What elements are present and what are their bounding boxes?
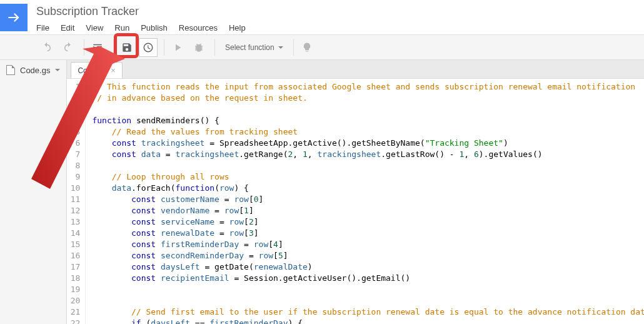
select-function-label: Select function xyxy=(225,43,274,52)
menu-run[interactable]: Run xyxy=(114,23,129,33)
separator xyxy=(113,39,114,56)
run-button[interactable] xyxy=(168,38,187,57)
menu-view[interactable]: View xyxy=(86,23,103,33)
caret-down-icon xyxy=(278,46,283,49)
tab-strip: Code.gs × xyxy=(67,60,644,79)
redo-icon xyxy=(63,42,74,53)
undo-icon xyxy=(41,42,53,53)
tab-code-gs[interactable]: Code.gs × xyxy=(71,62,122,78)
arrow-right-icon xyxy=(6,9,22,26)
clock-icon xyxy=(143,42,154,53)
save-icon xyxy=(121,42,133,53)
select-function-dropdown[interactable]: Select function xyxy=(219,38,289,57)
code-editor[interactable]: 123456789101112131415161718192021222324 … xyxy=(67,79,644,324)
line-number-gutter: 123456789101112131415161718192021222324 xyxy=(67,79,86,324)
hint-button[interactable] xyxy=(298,38,316,57)
editor-area: Code.gs × 123456789101112131415161718192… xyxy=(67,60,644,324)
sidebar-file-label: Code.gs xyxy=(20,66,50,75)
play-icon xyxy=(172,42,183,53)
menu-resources[interactable]: Resources xyxy=(179,23,218,33)
redo-button[interactable] xyxy=(59,38,78,57)
tab-label: Code.gs xyxy=(78,66,106,75)
separator xyxy=(164,39,164,56)
undo-button[interactable] xyxy=(38,38,56,57)
close-icon[interactable]: × xyxy=(111,66,116,75)
toolbar: Select function xyxy=(0,35,644,60)
save-button[interactable] xyxy=(118,38,136,57)
indent-button[interactable] xyxy=(88,38,107,57)
indent-icon xyxy=(92,42,103,53)
apps-script-logo xyxy=(0,4,28,31)
sidebar-file-item[interactable]: Code.gs xyxy=(0,60,66,80)
main: Code.gs Code.gs × 1234567891011121314151… xyxy=(0,60,644,324)
separator xyxy=(214,39,215,56)
project-title[interactable]: Subscription Tracker xyxy=(36,4,644,18)
separator xyxy=(293,39,294,56)
menu-publish[interactable]: Publish xyxy=(141,23,168,33)
menu-bar: File Edit View Run Publish Resources Hel… xyxy=(36,18,644,33)
menu-edit[interactable]: Edit xyxy=(61,23,74,33)
menu-file[interactable]: File xyxy=(36,23,49,33)
separator xyxy=(84,39,84,56)
debug-button[interactable] xyxy=(189,38,208,57)
lightbulb-icon xyxy=(301,42,313,53)
header: Subscription Tracker File Edit View Run … xyxy=(0,0,644,35)
menu-help[interactable]: Help xyxy=(229,23,246,33)
triggers-button[interactable] xyxy=(139,38,158,57)
caret-down-icon xyxy=(55,69,60,71)
bug-icon xyxy=(193,42,204,53)
file-icon xyxy=(6,65,15,75)
code-content[interactable]: // This function reads the input from as… xyxy=(86,79,644,324)
sidebar: Code.gs xyxy=(0,60,67,324)
